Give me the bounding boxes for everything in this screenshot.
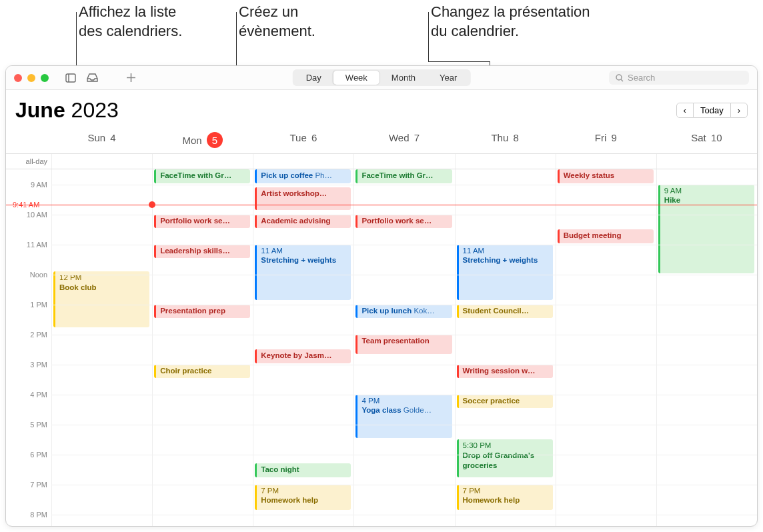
- event[interactable]: 7 PMHomework help: [457, 485, 553, 511]
- view-month[interactable]: Month: [379, 71, 428, 85]
- search-input[interactable]: Search: [609, 71, 749, 85]
- grid-columns: 12 PMBook club FaceTime with Gr…Portfoli…: [51, 169, 757, 527]
- month-title: June 2023: [15, 98, 119, 123]
- now-indicator: 9:41 AM: [13, 201, 39, 209]
- day-header[interactable]: Sun 4: [51, 125, 152, 153]
- event[interactable]: FaceTime with Gr…: [355, 169, 452, 183]
- inbox-icon[interactable]: [85, 71, 99, 85]
- col-sun[interactable]: 12 PMBook club: [51, 169, 152, 527]
- event[interactable]: Weekly status: [558, 169, 654, 183]
- event[interactable]: Academic advising: [255, 215, 351, 229]
- time-gutter: 9 AM10 AM11 AMNoon1 PM2 PM3 PM4 PM5 PM6 …: [6, 169, 51, 527]
- col-sat[interactable]: 9 AMHike: [656, 169, 757, 527]
- callout-calendar-list: Affichez la listedes calendriers.: [79, 3, 182, 41]
- callout-create-event: Créez unévènement.: [239, 3, 315, 41]
- add-event-button[interactable]: [123, 71, 138, 85]
- view-year[interactable]: Year: [428, 71, 469, 85]
- event[interactable]: Choir practice: [154, 365, 250, 379]
- col-thu[interactable]: 11 AMStretching + weightsStudent Council…: [455, 169, 556, 527]
- event[interactable]: Taco night: [255, 463, 351, 477]
- minimize-button[interactable]: [27, 74, 35, 82]
- allday-row: all-day: [6, 154, 757, 169]
- col-wed[interactable]: FaceTime with Gr…Portfolio work se…Pick …: [353, 169, 454, 527]
- view-week[interactable]: Week: [333, 71, 379, 85]
- event[interactable]: 5:30 PMDrop off Grandma's groceries: [457, 439, 553, 477]
- close-button[interactable]: [14, 74, 22, 82]
- event[interactable]: FaceTime with Gr…: [154, 169, 250, 183]
- svg-line-5: [621, 79, 623, 81]
- callout-change-view: Changez la présentationdu calendrier.: [431, 3, 590, 41]
- day-headers: Sun 4Mon 5Tue 6Wed 7Thu 8Fri 9Sat 10: [6, 125, 757, 154]
- calendars-list-icon[interactable]: [63, 71, 78, 85]
- event[interactable]: 12 PMBook club: [53, 271, 149, 327]
- day-header[interactable]: Fri 9: [556, 125, 656, 153]
- view-day[interactable]: Day: [294, 71, 333, 85]
- today-button[interactable]: Today: [694, 103, 730, 118]
- day-header[interactable]: Mon 5: [152, 125, 253, 153]
- toolbar: Day Week Month Year Search: [6, 66, 757, 90]
- event[interactable]: Keynote by Jasm…: [255, 349, 351, 363]
- day-header[interactable]: Sat 10: [656, 125, 757, 153]
- event[interactable]: Portfolio work se…: [154, 215, 250, 229]
- event[interactable]: Portfolio work se…: [355, 215, 452, 229]
- svg-rect-0: [66, 74, 75, 82]
- allday-label: all-day: [6, 154, 51, 169]
- event[interactable]: 11 AMStretching + weights: [255, 245, 351, 301]
- event[interactable]: Pick up coffee Ph…: [255, 169, 351, 183]
- prev-week-button[interactable]: ‹: [676, 103, 694, 118]
- event[interactable]: 4 PMYoga class Golde…: [355, 395, 452, 439]
- col-mon[interactable]: FaceTime with Gr…Portfolio work se…Leade…: [152, 169, 253, 527]
- fullscreen-button[interactable]: [41, 74, 49, 82]
- event[interactable]: 11 AMStretching + weights: [457, 245, 553, 301]
- event[interactable]: Leadership skills…: [154, 245, 250, 259]
- event[interactable]: 7 PMHomework help: [255, 485, 351, 511]
- event[interactable]: Presentation prep: [154, 305, 250, 319]
- window-controls: [14, 74, 49, 82]
- calendar-window: Day Week Month Year Search June 2023 ‹ T…: [5, 65, 758, 527]
- event[interactable]: Team presentation: [355, 335, 452, 355]
- event[interactable]: Student Council…: [457, 305, 553, 319]
- event[interactable]: Artist workshop…: [255, 187, 351, 210]
- week-grid[interactable]: 9 AM10 AM11 AMNoon1 PM2 PM3 PM4 PM5 PM6 …: [6, 169, 757, 527]
- search-icon: [616, 74, 624, 82]
- day-header[interactable]: Thu 8: [455, 125, 556, 153]
- day-header[interactable]: Wed 7: [353, 125, 454, 153]
- day-header[interactable]: Tue 6: [253, 125, 353, 153]
- col-fri[interactable]: Weekly statusBudget meeting: [556, 169, 656, 527]
- event[interactable]: 9 AMHike: [658, 185, 754, 273]
- svg-point-4: [616, 75, 622, 80]
- event[interactable]: Writing session w…: [457, 365, 553, 379]
- event[interactable]: Budget meeting: [558, 229, 654, 243]
- view-switcher: Day Week Month Year: [293, 69, 471, 86]
- col-tue[interactable]: Pick up coffee Ph…Artist workshop…Academ…: [253, 169, 353, 527]
- event[interactable]: Pick up lunch Kok…: [355, 305, 452, 319]
- event[interactable]: Soccer practice: [457, 395, 553, 409]
- next-week-button[interactable]: ›: [730, 103, 748, 118]
